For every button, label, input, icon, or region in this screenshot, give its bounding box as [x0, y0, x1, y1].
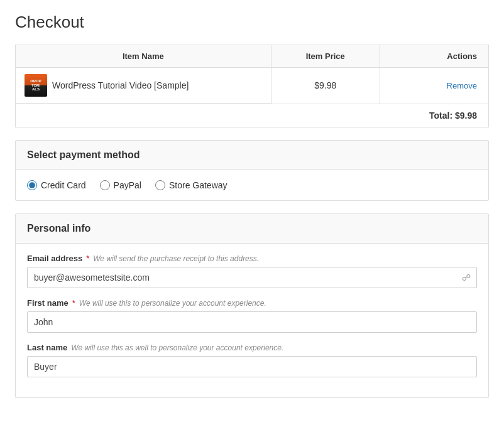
order-table: Item Name Item Price Actions DROPTORIALS…: [15, 45, 489, 127]
table-row: DROPTORIALS WordPress Tutorial Video [Sa…: [16, 68, 489, 104]
total-row: Total: $9.98: [16, 104, 489, 127]
first-name-input[interactable]: [27, 311, 477, 333]
product-icon: DROPTORIALS: [25, 74, 47, 97]
product-icon-text: DROPTORIALS: [30, 79, 41, 92]
total-value: $9.98: [455, 110, 477, 121]
personal-info-section: Personal info Email address * We will se…: [15, 213, 489, 398]
first-name-required: *: [72, 298, 75, 308]
personal-info-header: Personal info: [16, 214, 488, 244]
remove-button[interactable]: Remove: [447, 81, 477, 90]
email-hint: We will send the purchase receipt to thi…: [93, 254, 259, 263]
payment-options-group: Credit Card PayPal Store Gateway: [27, 180, 477, 190]
paypal-label: PayPal: [114, 180, 141, 190]
payment-option-credit-card[interactable]: Credit Card: [27, 180, 86, 190]
payment-method-section: Select payment method Credit Card PayPal…: [15, 140, 489, 201]
col-header-actions: Actions: [380, 45, 488, 68]
radio-credit-card[interactable]: [27, 180, 37, 190]
email-field-group: Email address * We will send the purchas…: [27, 254, 477, 288]
credit-card-label: Credit Card: [41, 180, 86, 190]
first-name-label: First name: [27, 298, 68, 308]
page-title: Checkout: [15, 13, 489, 32]
payment-option-paypal[interactable]: PayPal: [100, 180, 141, 190]
col-header-price: Item Price: [271, 45, 380, 68]
payment-method-header: Select payment method: [16, 141, 488, 170]
email-icon: ☍: [462, 272, 471, 283]
item-name-cell: DROPTORIALS WordPress Tutorial Video [Sa…: [16, 68, 271, 104]
first-name-label-row: First name * We will use this to persona…: [27, 298, 477, 308]
col-header-name: Item Name: [16, 45, 271, 68]
first-name-hint: We will use this to personalize your acc…: [79, 299, 266, 308]
payment-method-title: Select payment method: [27, 149, 477, 161]
payment-option-store-gateway[interactable]: Store Gateway: [155, 180, 227, 190]
email-input-wrapper: ☍: [27, 267, 477, 288]
store-gateway-label: Store Gateway: [169, 180, 227, 190]
item-actions-cell: Remove: [380, 68, 488, 104]
total-cell: Total: $9.98: [16, 104, 489, 127]
item-price: $9.98: [314, 80, 336, 90]
radio-paypal[interactable]: [100, 180, 110, 190]
last-name-field-group: Last name We will use this as well to pe…: [27, 343, 477, 377]
email-label: Email address: [27, 254, 82, 263]
item-name: WordPress Tutorial Video [Sample]: [52, 80, 189, 90]
first-name-field-group: First name * We will use this to persona…: [27, 298, 477, 333]
item-price-cell: $9.98: [271, 68, 380, 104]
personal-info-title: Personal info: [27, 223, 477, 234]
email-required: *: [86, 254, 89, 263]
radio-store-gateway[interactable]: [155, 180, 165, 190]
last-name-input[interactable]: [27, 356, 477, 377]
email-input[interactable]: [27, 267, 477, 288]
last-name-label-row: Last name We will use this as well to pe…: [27, 343, 477, 352]
last-name-label: Last name: [27, 343, 67, 352]
total-label: Total:: [429, 110, 452, 121]
payment-method-body: Credit Card PayPal Store Gateway: [16, 170, 488, 200]
last-name-hint: We will use this as well to personalize …: [71, 343, 283, 352]
personal-info-body: Email address * We will send the purchas…: [16, 244, 488, 397]
email-label-row: Email address * We will send the purchas…: [27, 254, 477, 263]
